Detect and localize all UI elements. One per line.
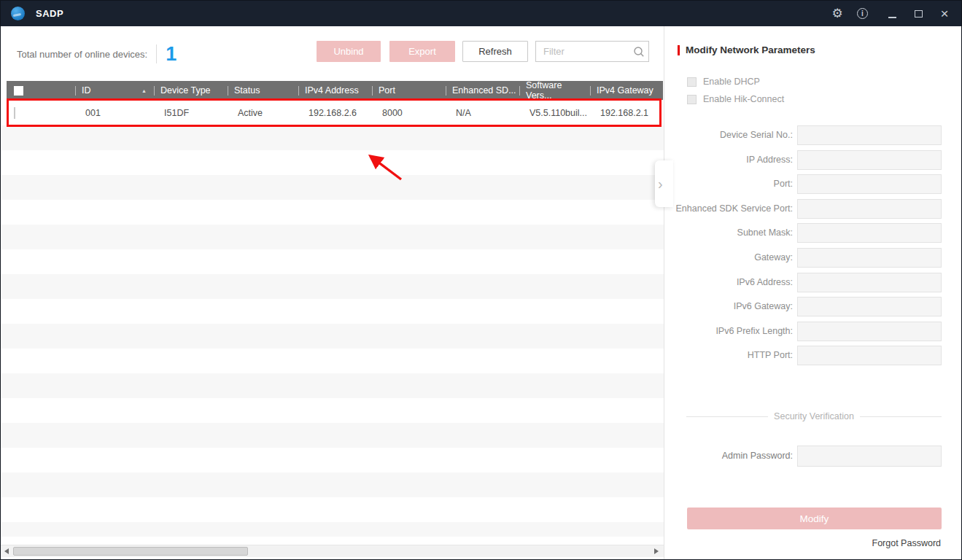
panel-title-row: Modify Network Parameters [678,44,815,55]
sort-ascending-icon: ▲ [141,88,147,93]
cell-ipv4-address: 192.168.2.6 [298,108,372,118]
device-list-area: Total number of online devices: 1 Unbind… [1,26,664,560]
column-header-port[interactable]: Port [372,81,446,100]
ipv6-gateway-input[interactable] [797,297,942,316]
enable-hik-connect-label: Enable Hik-Connect [703,94,784,104]
cell-status: Active [228,108,298,118]
column-header-id[interactable]: ID▲ [75,81,154,100]
horizontal-scrollbar[interactable] [1,545,664,557]
maximize-button[interactable] [912,7,925,20]
panel-title: Modify Network Parameters [686,44,815,55]
select-all-header-cell [7,81,75,100]
chevron-right-icon: › [658,176,663,192]
enable-hik-connect-checkbox[interactable] [687,95,697,104]
forgot-password-link[interactable]: Forgot Password [872,538,941,548]
select-all-checkbox[interactable] [14,86,23,96]
enable-dhcp-option: Enable DHCP [687,77,760,87]
ip-address-label: IP Address: [664,150,793,170]
subnet-mask-label: Subnet Mask: [664,223,793,243]
enable-dhcp-label: Enable DHCP [703,77,760,87]
ipv6-gateway-label: IPv6 Gateway: [664,297,793,316]
app-title: SADP [36,8,63,19]
http-port-label: HTTP Port: [664,346,793,365]
table-header: ID▲ Device Type Status IPv4 Address Port… [7,81,663,100]
port-label: Port: [664,174,793,194]
column-header-device-type[interactable]: Device Type [154,81,228,100]
row-checkbox[interactable] [14,107,15,119]
enhanced-sdk-port-label: Enhanced SDK Service Port: [664,199,793,219]
filter-search-box [535,41,649,62]
unbind-button[interactable]: Unbind [317,41,381,62]
modify-button[interactable]: Modify [687,508,942,529]
ipv6-prefix-length-input[interactable] [797,322,942,341]
enable-hik-connect-option: Enable Hik-Connect [687,94,784,104]
http-port-input[interactable] [797,346,942,365]
sadp-window: SADP ⚙ i × Total number of online device… [0,0,962,560]
cell-enhanced-sdk: N/A [446,108,519,118]
scroll-right-arrow-icon[interactable] [654,548,659,554]
security-verification-divider: Security Verification [686,411,942,421]
subnet-mask-input[interactable] [797,223,942,243]
info-icon[interactable]: i [857,8,868,19]
titlebar: SADP ⚙ i × [1,1,961,26]
enhanced-sdk-port-input[interactable] [797,199,942,219]
device-serial-label: Device Serial No.: [664,125,793,145]
cell-ipv4-gateway: 192.168.2.1 [590,108,663,118]
cell-port: 8000 [372,108,446,118]
export-button[interactable]: Export [389,41,455,62]
scroll-left-arrow-icon[interactable] [4,548,9,554]
sadp-logo-icon [11,7,25,20]
gateway-input[interactable] [797,248,942,268]
security-verification-label: Security Verification [768,411,860,421]
gateway-label: Gateway: [664,248,793,268]
filter-input[interactable] [536,46,629,57]
row-checkbox-cell [7,108,75,118]
panel-collapse-tab[interactable]: › [655,160,673,207]
admin-password-row: Admin Password: [664,446,962,467]
cell-software-version: V5.5.110buil... [519,108,590,118]
cell-device-type: I51DF [154,108,228,118]
column-header-software-version[interactable]: Software Vers... [519,81,590,100]
ipv6-prefix-length-label: IPv6 Prefix Length: [664,322,793,341]
enable-dhcp-checkbox[interactable] [687,77,697,87]
device-serial-input[interactable] [797,125,942,145]
ipv6-address-label: IPv6 Address: [664,273,793,292]
refresh-button[interactable]: Refresh [462,41,528,62]
ipv6-address-input[interactable] [797,273,942,292]
port-input[interactable] [797,174,942,194]
scrollbar-thumb[interactable] [13,547,248,556]
column-header-status[interactable]: Status [228,81,298,100]
titlebar-controls: ⚙ i × [831,7,951,20]
admin-password-label: Admin Password: [664,446,793,467]
total-devices-label: Total number of online devices: [17,49,147,60]
device-table-row[interactable]: 001 I51DF Active 192.168.2.6 8000 N/A V5… [7,100,663,125]
empty-table-rows [1,125,664,537]
settings-gear-icon[interactable]: ⚙ [831,7,844,20]
red-accent-bar [678,45,680,55]
divider [156,44,157,63]
ip-address-input[interactable] [797,150,942,170]
online-device-summary: Total number of online devices: 1 [17,42,177,66]
modify-network-panel: Modify Network Parameters Enable DHCP En… [664,26,962,560]
minimize-button[interactable] [885,7,899,20]
column-header-enhanced-sdk[interactable]: Enhanced SD... [446,81,519,100]
total-devices-count: 1 [166,44,177,64]
cell-id: 001 [75,108,154,118]
search-icon [629,46,648,58]
close-button[interactable]: × [938,7,951,20]
column-header-ipv4-gateway[interactable]: IPv4 Gateway [590,81,663,100]
column-header-ipv4-address[interactable]: IPv4 Address [298,81,372,100]
admin-password-input[interactable] [797,446,942,467]
